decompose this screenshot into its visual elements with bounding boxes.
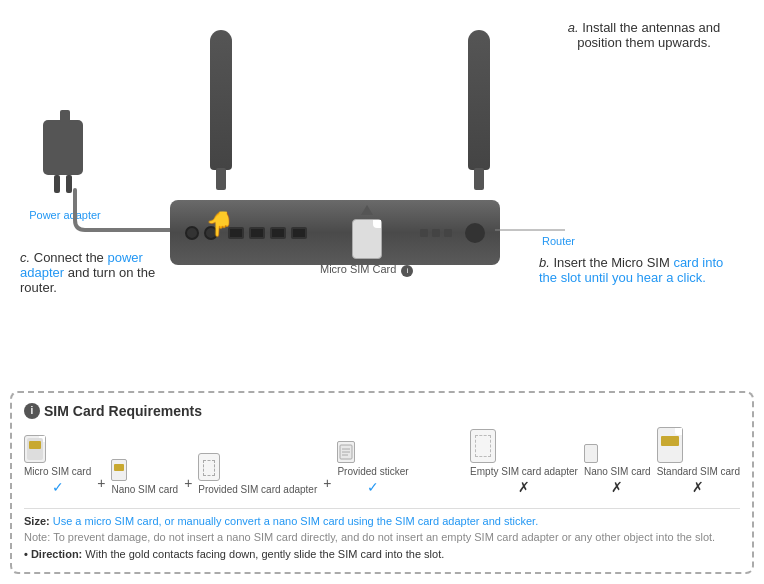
sim-card-label: Micro SIM Card i [320, 263, 413, 277]
sim-req-notes: Size: Use a micro SIM card, or manually … [24, 513, 740, 563]
sim-adapter-img [198, 453, 317, 481]
plus1: + [97, 475, 105, 491]
sim-type-empty: Empty SIM card adapter ✗ [470, 429, 578, 495]
led-indicator2 [432, 229, 440, 237]
plus3: + [323, 475, 331, 491]
sim-nano-img [111, 459, 178, 481]
main-container: a. Install the antennas and position the… [0, 0, 764, 584]
sim-micro-img [24, 435, 91, 463]
svg-rect-3 [60, 110, 70, 122]
antenna-right [468, 30, 490, 170]
plus2: + [184, 475, 192, 491]
illustration-area: a. Install the antennas and position the… [10, 10, 754, 370]
port-lan2 [270, 227, 286, 239]
sim-type-nano-small: Nano SIM card ✗ [584, 444, 651, 495]
sim-arrow-up [361, 205, 373, 215]
sim-type-nano: Nano SIM card [111, 459, 178, 495]
sim-card-section: Micro SIM Card i [320, 205, 413, 277]
label-a: a. Install the antennas and position the… [564, 20, 724, 50]
size-note: Size: Use a micro SIM card, or manually … [24, 513, 740, 530]
label-c: c. Connect the power adapter and turn on… [20, 250, 165, 295]
router-label-container: Router [495, 220, 575, 247]
sim-requirements-box: i SIM Card Requirements Micro SIM card ✓… [10, 391, 754, 575]
note-damage: Note: To prevent damage, do not insert a… [24, 529, 740, 546]
sim-type-micro: Micro SIM card ✓ [24, 435, 91, 495]
sim-empty-img [470, 429, 578, 463]
sim-card-img [352, 219, 382, 259]
port-usb [465, 223, 485, 243]
led-indicator [420, 229, 428, 237]
hand-pointer: 👆 [205, 210, 235, 238]
label-b: b. Insert the Micro SIM card into the sl… [539, 255, 724, 285]
sim-info-icon: i [401, 265, 413, 277]
antenna-left [210, 30, 232, 170]
svg-rect-0 [43, 120, 83, 175]
sim-types-row: Micro SIM card ✓ + Nano SIM card + [24, 427, 740, 500]
sim-sticker-img [337, 441, 408, 463]
port-lan3 [291, 227, 307, 239]
divider [24, 508, 740, 509]
sim-standard-img [657, 427, 740, 463]
sim-req-title: i SIM Card Requirements [24, 403, 740, 419]
sim-type-adapter: Provided SIM card adapter [198, 453, 317, 495]
sticker-svg [339, 444, 353, 460]
port-power [185, 226, 199, 240]
direction-note: • Direction: With the gold contacts faci… [24, 546, 740, 563]
sim-type-sticker: Provided sticker ✓ [337, 441, 408, 495]
port-lan1 [249, 227, 265, 239]
svg-rect-1 [54, 175, 60, 193]
led-indicator3 [444, 229, 452, 237]
sim-req-info-icon: i [24, 403, 40, 419]
sim-nano-small-img [584, 444, 651, 463]
sim-type-standard: Standard SIM card ✗ [657, 427, 740, 495]
